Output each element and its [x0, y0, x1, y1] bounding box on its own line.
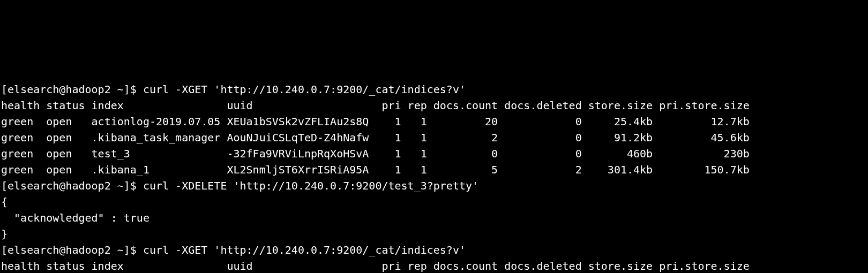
- table-header: health status index uuid pri rep docs.co…: [1, 260, 750, 272]
- command[interactable]: curl -XGET 'http://10.240.0.7:9200/_cat/…: [143, 83, 466, 96]
- table-header: health status index uuid pri rep docs.co…: [1, 99, 750, 112]
- terminal-output: [elsearch@hadoop2 ~]$ curl -XGET 'http:/…: [0, 80, 868, 273]
- command[interactable]: curl -XDELETE 'http://10.240.0.7:9200/te…: [143, 179, 478, 192]
- output-line: "acknowledged" : true: [1, 211, 149, 224]
- output-line: }: [1, 228, 8, 240]
- table-row: green open actionlog-2019.07.05 XEUa1bSV…: [1, 115, 750, 128]
- output-line: {: [1, 195, 8, 208]
- table-row: green open test_3 -32fFa9VRViLnpRqXoHSvA…: [1, 147, 750, 160]
- prompt: [elsearch@hadoop2 ~]$: [1, 179, 143, 192]
- prompt: [elsearch@hadoop2 ~]$: [1, 244, 143, 256]
- command[interactable]: curl -XGET 'http://10.240.0.7:9200/_cat/…: [143, 244, 466, 256]
- table-row: green open .kibana_1 XL2SnmljST6XrrISRiA…: [1, 163, 750, 176]
- table-row: green open .kibana_task_manager AouNJuiC…: [1, 131, 750, 144]
- prompt: [elsearch@hadoop2 ~]$: [1, 83, 143, 96]
